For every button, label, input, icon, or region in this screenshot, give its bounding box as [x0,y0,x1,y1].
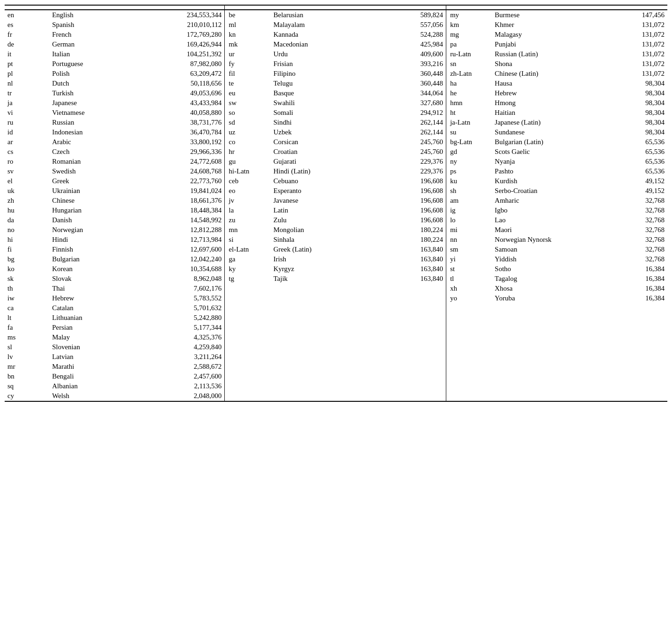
pairs-col1: 33,800,192 [151,137,225,147]
lang-col1: Lithuanian [49,313,151,323]
table-row: lv Latvian 3,211,264 [5,352,667,362]
lang-col3 [492,391,594,401]
lang-col1: Albanian [49,381,151,391]
pairs-col2 [373,342,446,352]
lang-col1: Indonesian [49,127,151,137]
code-col2: uz [226,127,271,137]
lang-col1: Romanian [49,157,151,166]
lang-col2: Greek (Latin) [271,245,373,254]
lang-col1: Vietnamese [49,108,151,118]
code-col2: fy [226,59,271,69]
pairs-col2: 360,448 [373,69,446,79]
table-row: iw Hebrew 5,783,552 yo Yoruba 16,384 [5,293,667,303]
lang-col1: Catalan [49,303,151,313]
pairs-col2 [373,323,446,332]
code-col1: es [5,20,49,30]
code-col2: hi-Latn [226,166,271,176]
lang-col1: Ukrainian [49,186,151,196]
pairs-col3: 65,536 [594,157,667,166]
pairs-col3: 32,768 [594,225,667,235]
table-row: pt Portuguese 87,982,080 fy Frisian 393,… [5,59,667,69]
pairs-col3 [594,362,667,372]
code-col3 [447,303,492,313]
lang-col2: Zulu [271,215,373,225]
lang-col2: Hindi (Latin) [271,166,373,176]
pairs-col2: 360,448 [373,79,446,88]
pairs-col2: 393,216 [373,59,446,69]
code-col3: mg [447,30,492,40]
code-col3: am [447,196,492,206]
code-col2: co [226,137,271,147]
code-col3 [447,332,492,342]
header-pairs-2 [373,5,446,10]
pairs-col3: 98,304 [594,118,667,127]
code-col3: km [447,20,492,30]
lang-col1: Persian [49,323,151,332]
code-col2 [226,323,271,332]
lang-col2: Tajik [271,274,373,284]
code-col1: el [5,176,49,186]
code-col2 [226,293,271,303]
lang-col3: Maori [492,225,594,235]
code-col1: id [5,127,49,137]
table-row: cs Czech 29,966,336 hr Croatian 245,760 … [5,147,667,157]
lang-col3: Burmese [492,10,594,20]
table-row: it Italian 104,251,392 ur Urdu 409,600 r… [5,49,667,59]
pairs-col1: 18,661,376 [151,196,225,206]
code-col2 [226,352,271,362]
code-col2: fil [226,69,271,79]
code-col1: no [5,225,49,235]
pairs-col1: 29,966,336 [151,147,225,157]
lang-col2: Malayalam [271,20,373,30]
pairs-col1: 18,448,384 [151,206,225,215]
pairs-col1: 172,769,280 [151,30,225,40]
lang-col3: Russian (Latin) [492,49,594,59]
lang-col1: Malay [49,332,151,342]
lang-col1: Polish [49,69,151,79]
pairs-col1: 63,209,472 [151,69,225,79]
pairs-col1: 24,772,608 [151,157,225,166]
code-col3 [447,342,492,352]
lang-col2: Sindhi [271,118,373,127]
lang-col3: Serbo-Croatian [492,186,594,196]
code-col1: sk [5,274,49,284]
pairs-col1: 3,211,264 [151,352,225,362]
code-col3 [447,391,492,401]
table-row: mr Marathi 2,588,672 [5,362,667,372]
lang-col1: Greek [49,176,151,186]
pairs-col3: 131,072 [594,59,667,69]
pairs-col1: 40,058,880 [151,108,225,118]
code-col1: ar [5,137,49,147]
main-table-container: en English 234,553,344 be Belarusian 589… [5,5,667,402]
pairs-col2: 163,840 [373,245,446,254]
lang-col2: Cebuano [271,176,373,186]
lang-col3: Yoruba [492,293,594,303]
code-col3: sm [447,245,492,254]
code-col1: pl [5,69,49,79]
lang-col2: Macedonian [271,40,373,49]
pairs-col2 [373,303,446,313]
pairs-col2: 294,912 [373,108,446,118]
code-col3: ha [447,79,492,88]
pairs-col3: 131,072 [594,30,667,40]
pairs-col3: 32,768 [594,245,667,254]
pairs-col3: 147,456 [594,10,667,20]
lang-col2: Latin [271,206,373,215]
pairs-col1: 210,010,112 [151,20,225,30]
lang-col3: Malagasy [492,30,594,40]
lang-col3 [492,303,594,313]
table-row: zh Chinese 18,661,376 jv Javanese 196,60… [5,196,667,206]
code-col1: vi [5,108,49,118]
table-row: bn Bengali 2,457,600 [5,372,667,381]
lang-col1: Hebrew [49,293,151,303]
code-col1: sq [5,381,49,391]
pairs-col2: 163,840 [373,254,446,264]
lang-col2: Belarusian [271,10,373,20]
pairs-col3: 65,536 [594,166,667,176]
lang-col3 [492,342,594,352]
code-col1: cy [5,391,49,401]
code-col2: tg [226,274,271,284]
code-col3: ht [447,108,492,118]
lang-col2 [271,332,373,342]
pairs-col3: 49,152 [594,176,667,186]
